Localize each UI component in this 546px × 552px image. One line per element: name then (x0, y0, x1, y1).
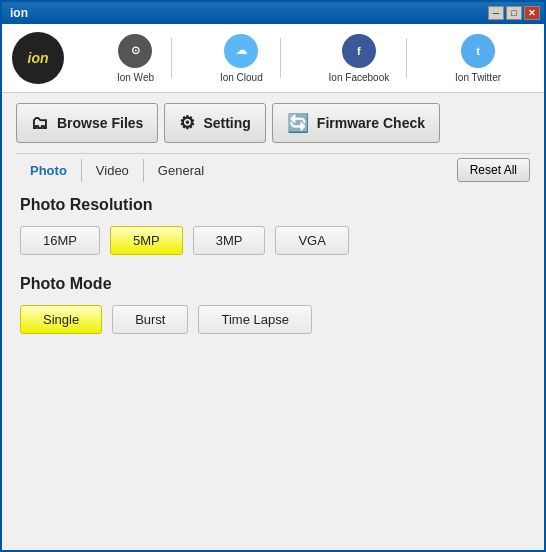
resolution-vga-button[interactable]: VGA (275, 226, 348, 255)
cloud-icon: ☁ (224, 34, 258, 68)
browse-files-button[interactable]: 🗂 Browse Files (16, 103, 158, 143)
resolution-3mp-button[interactable]: 3MP (193, 226, 266, 255)
reset-all-button[interactable]: Reset All (457, 158, 530, 182)
browse-files-label: Browse Files (57, 115, 143, 131)
logo: ion (12, 32, 64, 84)
firmware-check-button[interactable]: 🔄 Firmware Check (272, 103, 440, 143)
tab-photo[interactable]: Photo (16, 159, 82, 182)
nav-item-facebook[interactable]: f Ion Facebook (329, 34, 390, 83)
nav-item-cloud[interactable]: ☁ Ion Cloud (220, 34, 263, 83)
setting-button[interactable]: ⚙ Setting (164, 103, 265, 143)
mode-burst-button[interactable]: Burst (112, 305, 188, 334)
mode-single-button[interactable]: Single (20, 305, 102, 334)
photo-resolution-options: 16MP 5MP 3MP VGA (20, 226, 526, 255)
toolbar: 🗂 Browse Files ⚙ Setting 🔄 Firmware Chec… (2, 93, 544, 153)
firmware-check-icon: 🔄 (287, 112, 309, 134)
tab-video[interactable]: Video (82, 159, 144, 182)
web-icon: ⊙ (118, 34, 152, 68)
nav-item-web[interactable]: ⊙ Ion Web (117, 34, 154, 83)
mode-time-lapse-button[interactable]: Time Lapse (198, 305, 311, 334)
browse-files-icon: 🗂 (31, 113, 49, 134)
main-window: ion ─ □ ✕ ion ⊙ Ion Web ☁ Ion Cloud (0, 0, 546, 552)
title-bar: ion ─ □ ✕ (2, 2, 544, 24)
tab-general[interactable]: General (144, 159, 218, 182)
nav-icons: ⊙ Ion Web ☁ Ion Cloud f Ion Facebook t I… (84, 34, 534, 83)
window-title: ion (6, 6, 28, 20)
photo-mode-title: Photo Mode (20, 275, 526, 293)
minimize-button[interactable]: ─ (488, 6, 504, 20)
tabs: Photo Video General (16, 159, 218, 182)
facebook-label: Ion Facebook (329, 72, 390, 83)
photo-mode-options: Single Burst Time Lapse (20, 305, 526, 334)
resolution-16mp-button[interactable]: 16MP (20, 226, 100, 255)
main-content: Photo Resolution 16MP 5MP 3MP VGA Photo … (2, 182, 544, 550)
window-controls: ─ □ ✕ (488, 6, 540, 20)
resolution-5mp-button[interactable]: 5MP (110, 226, 183, 255)
firmware-check-label: Firmware Check (317, 115, 425, 131)
cloud-label: Ion Cloud (220, 72, 263, 83)
close-button[interactable]: ✕ (524, 6, 540, 20)
photo-resolution-title: Photo Resolution (20, 196, 526, 214)
logo-text: ion (28, 50, 49, 66)
facebook-icon: f (342, 34, 376, 68)
twitter-icon: t (461, 34, 495, 68)
setting-label: Setting (203, 115, 250, 131)
twitter-label: Ion Twitter (455, 72, 501, 83)
nav-item-twitter[interactable]: t Ion Twitter (455, 34, 501, 83)
tabs-area: Photo Video General Reset All (2, 154, 544, 182)
window-content: ion ⊙ Ion Web ☁ Ion Cloud f Ion Facebook (2, 24, 544, 550)
header: ion ⊙ Ion Web ☁ Ion Cloud f Ion Facebook (2, 24, 544, 93)
maximize-button[interactable]: □ (506, 6, 522, 20)
web-label: Ion Web (117, 72, 154, 83)
setting-icon: ⚙ (179, 112, 195, 134)
